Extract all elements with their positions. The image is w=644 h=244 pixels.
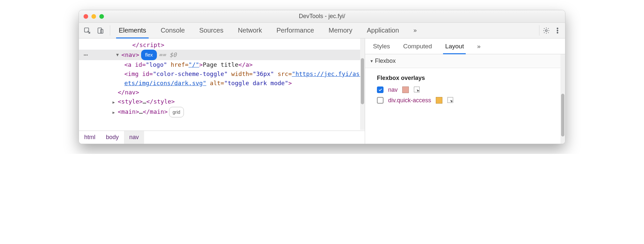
collapsed-caret-icon[interactable]: ▶ bbox=[112, 108, 116, 117]
dom-node-script-close[interactable]: </script​> bbox=[79, 40, 365, 50]
expand-caret-icon[interactable]: ▼ bbox=[116, 50, 119, 60]
window-title: DevTools - jec.fyi/ bbox=[79, 13, 565, 20]
dom-node-a[interactable]: <a id="logo" href="/">Page title</a> bbox=[79, 60, 365, 69]
svg-point-4 bbox=[557, 28, 558, 29]
tab-memory[interactable]: Memory bbox=[321, 23, 359, 38]
device-toolbar-icon[interactable] bbox=[95, 25, 106, 36]
tag-nav: <nav> bbox=[121, 50, 139, 60]
svg-rect-2 bbox=[101, 29, 103, 33]
tab-console[interactable]: Console bbox=[153, 23, 192, 38]
styles-panel: Styles Computed Layout » ▼Flexbox Flexbo… bbox=[365, 38, 565, 144]
tab-network[interactable]: Network bbox=[231, 23, 269, 38]
main-tabbar: Elements Console Sources Network Perform… bbox=[79, 23, 565, 38]
overlay-checkbox[interactable] bbox=[377, 97, 384, 104]
breadcrumb-body[interactable]: body bbox=[101, 131, 124, 144]
reveal-element-icon[interactable] bbox=[447, 97, 454, 104]
overlay-label[interactable]: div.quick-access bbox=[388, 97, 431, 104]
dom-tree[interactable]: </script​> ⋯ ▼ <nav> flex == $0 <a id="l… bbox=[79, 38, 365, 131]
overlay-color-swatch[interactable] bbox=[436, 97, 442, 104]
inspect-element-icon[interactable] bbox=[82, 25, 93, 36]
selection-suffix: == $0 bbox=[159, 50, 177, 60]
content-split: </script​> ⋯ ▼ <nav> flex == $0 <a id="l… bbox=[79, 38, 565, 144]
reveal-element-icon[interactable] bbox=[413, 86, 421, 93]
tab-performance[interactable]: Performance bbox=[269, 23, 322, 38]
dom-node-nav-close[interactable]: </nav> bbox=[79, 88, 365, 97]
tabs-overflow-icon[interactable]: » bbox=[406, 23, 424, 38]
svg-rect-7 bbox=[414, 87, 420, 92]
breadcrumb-html[interactable]: html bbox=[79, 131, 101, 144]
overlay-row-quick-access: div.quick-access bbox=[377, 97, 558, 104]
side-tabbar: Styles Computed Layout » bbox=[365, 38, 565, 54]
dom-node-nav-selected[interactable]: ⋯ ▼ <nav> flex == $0 bbox=[79, 50, 365, 60]
settings-icon[interactable] bbox=[541, 25, 552, 36]
subtab-layout[interactable]: Layout bbox=[438, 38, 470, 54]
svg-point-3 bbox=[545, 30, 547, 32]
flexbox-section-body: Flexbox overlays nav div.quick-access bbox=[365, 68, 565, 114]
maximize-window-button[interactable] bbox=[99, 14, 104, 19]
grid-badge[interactable]: grid bbox=[169, 107, 184, 117]
svg-point-5 bbox=[557, 30, 558, 31]
vertical-scrollbar[interactable] bbox=[560, 54, 565, 144]
breadcrumb: html body nav bbox=[79, 131, 365, 144]
flexbox-section-header[interactable]: ▼Flexbox bbox=[365, 54, 565, 68]
overlay-row-nav: nav bbox=[377, 86, 558, 93]
collapsed-caret-icon[interactable]: ▶ bbox=[112, 98, 116, 107]
overlay-color-swatch[interactable] bbox=[402, 86, 409, 93]
divider bbox=[110, 25, 110, 36]
overlay-checkbox[interactable] bbox=[377, 86, 384, 93]
tab-elements[interactable]: Elements bbox=[111, 23, 153, 38]
kebab-menu-icon[interactable] bbox=[552, 25, 563, 36]
section-caret-icon: ▼ bbox=[370, 59, 374, 63]
dom-node-img[interactable]: <img id="color-scheme-toggle" width="36p… bbox=[79, 69, 365, 88]
flex-badge[interactable]: flex bbox=[141, 50, 157, 60]
titlebar: DevTools - jec.fyi/ bbox=[79, 10, 565, 23]
subtab-computed[interactable]: Computed bbox=[397, 38, 439, 54]
overlay-label[interactable]: nav bbox=[388, 86, 398, 93]
ellipsis-icon[interactable]: ⋯ bbox=[84, 50, 88, 60]
elements-panel: </script​> ⋯ ▼ <nav> flex == $0 <a id="l… bbox=[79, 38, 365, 144]
divider bbox=[539, 25, 539, 36]
minimize-window-button[interactable] bbox=[91, 14, 96, 19]
devtools-window: DevTools - jec.fyi/ Elements Console Sou… bbox=[79, 10, 565, 144]
close-window-button[interactable] bbox=[84, 14, 88, 19]
svg-rect-1 bbox=[98, 28, 102, 33]
dom-node-main[interactable]: ▶<main>…</main>grid bbox=[79, 107, 365, 117]
svg-rect-8 bbox=[448, 97, 453, 103]
vertical-scrollbar[interactable] bbox=[360, 38, 365, 130]
overlays-title: Flexbox overlays bbox=[377, 75, 558, 82]
tab-sources[interactable]: Sources bbox=[192, 23, 231, 38]
svg-point-6 bbox=[557, 32, 558, 33]
subtabs-overflow-icon[interactable]: » bbox=[470, 38, 487, 54]
dom-node-style[interactable]: ▶<style>…</style> bbox=[79, 97, 365, 107]
tab-application[interactable]: Application bbox=[359, 23, 406, 38]
breadcrumb-nav[interactable]: nav bbox=[124, 131, 144, 144]
window-controls bbox=[84, 14, 104, 19]
subtab-styles[interactable]: Styles bbox=[366, 38, 397, 54]
